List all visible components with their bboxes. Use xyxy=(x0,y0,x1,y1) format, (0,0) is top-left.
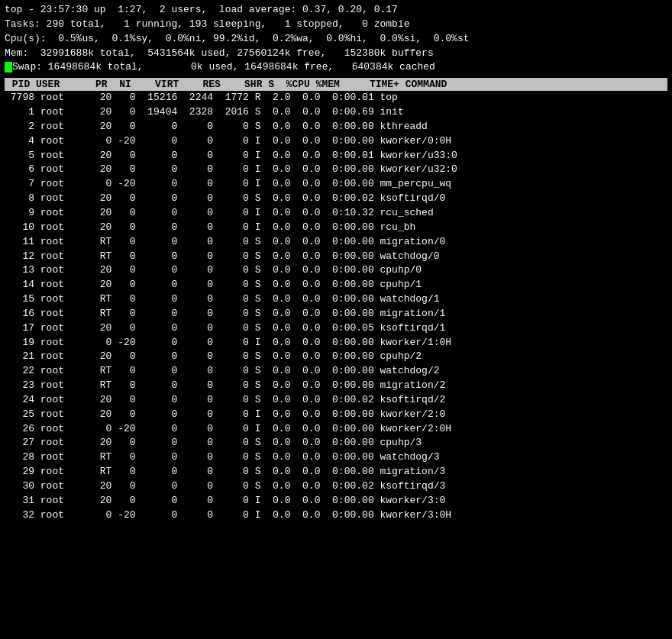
top-header: top - 23:57:30 up 1:27, 2 users, load av… xyxy=(5,3,667,75)
table-row: 12 root RT 0 0 0 0 S 0.0 0.0 0:00.00 wat… xyxy=(5,250,667,264)
table-row: 17 root 20 0 0 0 0 S 0.0 0.0 0:00.05 kso… xyxy=(5,321,667,336)
table-row: 25 root 20 0 0 0 0 I 0.0 0.0 0:00.00 kwo… xyxy=(5,408,667,422)
table-row: 32 root 0 -20 0 0 0 I 0.0 0.0 0:00.00 kw… xyxy=(5,508,667,523)
table-row: 24 root 20 0 0 0 0 S 0.0 0.0 0:00.02 kso… xyxy=(5,393,667,408)
table-row: 31 root 20 0 0 0 0 I 0.0 0.0 0:00.00 kwo… xyxy=(5,494,667,508)
table-row: 2 root 20 0 0 0 0 S 0.0 0.0 0:00.00 kthr… xyxy=(5,120,667,134)
table-row: 9 root 20 0 0 0 0 I 0.0 0.0 0:10.32 rcu_… xyxy=(5,206,667,221)
table-row: 30 root 20 0 0 0 0 S 0.0 0.0 0:00.02 kso… xyxy=(5,479,667,494)
table-row: 19 root 0 -20 0 0 0 I 0.0 0.0 0:00.00 kw… xyxy=(5,336,667,350)
process-list: 7798 root 20 0 15216 2244 1772 R 2.0 0.0… xyxy=(5,91,667,522)
process-table: PID USER PR NI VIRT RES SHR S %CPU %MEM … xyxy=(5,78,667,522)
table-row: 22 root RT 0 0 0 0 S 0.0 0.0 0:00.00 wat… xyxy=(5,364,667,379)
header-line-1: top - 23:57:30 up 1:27, 2 users, load av… xyxy=(5,3,667,18)
table-header-row: PID USER PR NI VIRT RES SHR S %CPU %MEM … xyxy=(5,78,667,91)
table-row: 15 root RT 0 0 0 0 S 0.0 0.0 0:00.00 wat… xyxy=(5,292,667,307)
table-row: 4 root 0 -20 0 0 0 I 0.0 0.0 0:00.00 kwo… xyxy=(5,134,667,149)
terminal-window: top - 23:57:30 up 1:27, 2 users, load av… xyxy=(5,3,667,523)
table-row: 7 root 0 -20 0 0 0 I 0.0 0.0 0:00.00 mm_… xyxy=(5,177,667,192)
table-header: PID USER PR NI VIRT RES SHR S %CPU %MEM … xyxy=(6,79,447,90)
header-line-5: Swap: 16498684k total, 0k used, 16498684… xyxy=(5,60,667,75)
header-line-4: Mem: 32991688k total, 5431564k used, 275… xyxy=(5,47,667,61)
table-row: 27 root 20 0 0 0 0 S 0.0 0.0 0:00.00 cpu… xyxy=(5,436,667,450)
table-row: 14 root 20 0 0 0 0 S 0.0 0.0 0:00.00 cpu… xyxy=(5,278,667,292)
table-row: 7798 root 20 0 15216 2244 1772 R 2.0 0.0… xyxy=(5,91,667,105)
table-row: 5 root 20 0 0 0 0 I 0.0 0.0 0:00.01 kwor… xyxy=(5,149,667,163)
table-row: 13 root 20 0 0 0 0 S 0.0 0.0 0:00.00 cpu… xyxy=(5,263,667,278)
table-row: 10 root 20 0 0 0 0 I 0.0 0.0 0:00.00 rcu… xyxy=(5,221,667,235)
table-row: 21 root 20 0 0 0 0 S 0.0 0.0 0:00.00 cpu… xyxy=(5,350,667,364)
table-row: 28 root RT 0 0 0 0 S 0.0 0.0 0:00.00 wat… xyxy=(5,450,667,465)
table-row: 6 root 20 0 0 0 0 I 0.0 0.0 0:00.00 kwor… xyxy=(5,163,667,177)
header-line-2: Tasks: 290 total, 1 running, 193 sleepin… xyxy=(5,18,667,32)
header-line-3: Cpu(s): 0.5%us, 0.1%sy, 0.0%ni, 99.2%id,… xyxy=(5,32,667,47)
table-row: 29 root RT 0 0 0 0 S 0.0 0.0 0:00.00 mig… xyxy=(5,465,667,479)
table-row: 8 root 20 0 0 0 0 S 0.0 0.0 0:00.02 ksof… xyxy=(5,192,667,206)
table-row: 11 root RT 0 0 0 0 S 0.0 0.0 0:00.00 mig… xyxy=(5,235,667,250)
table-row: 1 root 20 0 19404 2328 2016 S 0.0 0.0 0:… xyxy=(5,105,667,120)
table-row: 23 root RT 0 0 0 0 S 0.0 0.0 0:00.00 mig… xyxy=(5,379,667,393)
cursor-indicator xyxy=(5,61,12,73)
table-row: 26 root 0 -20 0 0 0 I 0.0 0.0 0:00.00 kw… xyxy=(5,422,667,437)
table-row: 16 root RT 0 0 0 0 S 0.0 0.0 0:00.00 mig… xyxy=(5,307,667,321)
